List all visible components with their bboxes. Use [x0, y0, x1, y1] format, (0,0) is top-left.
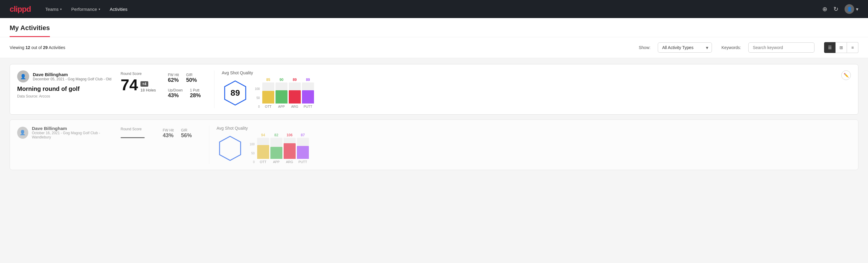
- bar-ott: 94 OTT: [257, 133, 269, 164]
- card-stats: Round Score FW Hit 43% GIR 56%: [121, 127, 202, 139]
- gir-label: GIR: [181, 128, 192, 133]
- bar-app-value: 90: [279, 78, 283, 82]
- round-score-label: Round Score: [121, 71, 156, 76]
- card-user: 👤 Dave Billingham December 05, 2021 - Go…: [17, 70, 114, 83]
- bar-putt-fill: [302, 90, 314, 104]
- axis-0: 0: [258, 105, 260, 108]
- bar-arg-label: ARG: [291, 105, 298, 108]
- avatar-person-icon: 👤: [20, 74, 26, 80]
- axis-50: 50: [251, 152, 255, 155]
- refresh-icon[interactable]: ↻: [833, 5, 839, 12]
- bar-arg: 89 ARG: [289, 78, 301, 108]
- add-icon[interactable]: ⊕: [822, 5, 828, 12]
- bar-putt-wrapper: [297, 138, 309, 159]
- avg-sq-label: Avg Shot Quality: [222, 70, 834, 75]
- view-buttons: ☰ ⊞ ≡: [824, 42, 858, 53]
- user-name: Dave Billingham: [32, 126, 114, 131]
- bar-arg-wrapper: [289, 83, 301, 104]
- activity-type-select[interactable]: All Activity Types: [658, 42, 712, 53]
- round-score-label: Round Score: [121, 127, 151, 131]
- nav-activities[interactable]: Activities: [110, 1, 127, 18]
- round-score-group: Round Score 74 +4 18 Holes: [121, 71, 156, 99]
- avatar-person-icon: 👤: [20, 130, 26, 136]
- sq-content: 100 50 0 94 OTT 82: [217, 133, 851, 164]
- updown-label: Up/Down: [168, 88, 183, 92]
- bar-chart: 100 50 0 94 OTT 82: [250, 133, 309, 164]
- bar-putt: 89 PUTT: [302, 78, 314, 108]
- page-header: My Activities: [0, 18, 868, 37]
- gir: GIR 56%: [181, 128, 192, 139]
- bar-app-fill: [270, 147, 282, 159]
- view-grid-button[interactable]: ⊞: [836, 42, 847, 53]
- round-score-group: Round Score: [121, 127, 151, 139]
- viewing-total: 29: [43, 45, 48, 50]
- bar-app-label: APP: [273, 160, 280, 164]
- activity-type-select-wrapper[interactable]: All Activity Types: [658, 42, 712, 53]
- user-date: October 16, 2021 - Gog Magog Golf Club -…: [32, 131, 114, 139]
- shot-quality-section: Avg Shot Quality 100 50 0: [209, 126, 851, 164]
- keywords-label: Keywords:: [721, 45, 741, 50]
- viewing-prefix: Viewing: [10, 45, 26, 50]
- viewing-mid: out of: [30, 45, 43, 50]
- viewing-count: 12: [26, 45, 30, 50]
- hexagon: 89: [222, 80, 249, 107]
- fw-hit: FW Hit 43%: [163, 128, 174, 139]
- view-compact-button[interactable]: ≡: [847, 42, 858, 53]
- user-menu-button[interactable]: 👤 ▾: [844, 4, 858, 14]
- bar-app: 90 APP: [276, 78, 287, 108]
- user-info: Dave Billingham October 16, 2021 - Gog M…: [32, 126, 114, 139]
- user-name: Dave Billingham: [33, 72, 111, 77]
- oneputt: 1 Putt 28%: [190, 88, 201, 99]
- card-user: 👤 Dave Billingham October 16, 2021 - Gog…: [17, 126, 114, 139]
- avg-sq-label: Avg Shot Quality: [217, 126, 851, 130]
- axis-labels: 100 50 0: [255, 87, 260, 108]
- nav-teams[interactable]: Teams ▾: [45, 1, 62, 18]
- gir-label: GIR: [186, 73, 197, 77]
- gir-value: 50%: [186, 77, 197, 83]
- bar-arg-label: ARG: [286, 160, 293, 164]
- stats-row-1: FW Hit 62% GIR 50%: [168, 73, 207, 83]
- navbar: clippd Teams ▾ Performance ▾ Activities …: [0, 0, 868, 18]
- nav-teams-label: Teams: [45, 7, 59, 12]
- hexagon-container: 89: [222, 80, 249, 107]
- bar-app-wrapper: [270, 138, 282, 159]
- secondary-stats: FW Hit 43% GIR 56%: [163, 127, 202, 139]
- stats-row-2: Up/Down 43% 1 Putt 28%: [168, 88, 207, 99]
- nav-performance[interactable]: Performance ▾: [71, 1, 100, 18]
- updown-value: 43%: [168, 92, 183, 99]
- bar-ott-label: OTT: [265, 105, 272, 108]
- user-info: Dave Billingham December 05, 2021 - Gog …: [33, 72, 111, 81]
- bar-ott-fill: [262, 91, 274, 104]
- bar-chart: 100 50 0 85 OTT 90: [255, 78, 314, 108]
- hexagon-svg: [217, 135, 244, 162]
- score-placeholder: [121, 137, 145, 138]
- axis-0: 0: [253, 160, 255, 164]
- bar-arg: 106 ARG: [284, 133, 296, 164]
- bar-arg-fill: [289, 90, 301, 104]
- avatar: 👤: [844, 4, 854, 14]
- bar-arg-fill: [284, 143, 296, 159]
- card-left: 👤 Dave Billingham October 16, 2021 - Gog…: [17, 126, 114, 141]
- viewing-text: Viewing 12 out of 29 Activities: [10, 45, 65, 50]
- oneputt-label: 1 Putt: [190, 88, 201, 92]
- edit-button[interactable]: ✏️: [841, 70, 851, 80]
- axis-labels: 100 50 0: [250, 143, 255, 164]
- view-list-button[interactable]: ☰: [824, 42, 836, 53]
- sq-content: 89 100 50 0 85: [222, 78, 834, 108]
- bar-app-label: APP: [278, 105, 285, 108]
- gir: GIR 50%: [186, 73, 197, 83]
- hexagon: [217, 135, 244, 162]
- bar-putt-label: PUTT: [304, 105, 312, 108]
- search-input[interactable]: [748, 42, 814, 53]
- fw-hit-label: FW Hit: [168, 73, 179, 77]
- logo[interactable]: clippd: [10, 4, 31, 14]
- bar-ott: 85 OTT: [262, 78, 274, 108]
- nav-performance-label: Performance: [71, 7, 97, 12]
- bar-arg-value: 106: [287, 133, 292, 137]
- fw-hit-value: 62%: [168, 77, 179, 83]
- bar-putt-wrapper: [302, 83, 314, 104]
- show-label: Show:: [639, 45, 651, 50]
- bar-ott-fill: [257, 145, 269, 159]
- bar-ott-label: OTT: [260, 160, 267, 164]
- bar-ott-wrapper: [262, 83, 274, 104]
